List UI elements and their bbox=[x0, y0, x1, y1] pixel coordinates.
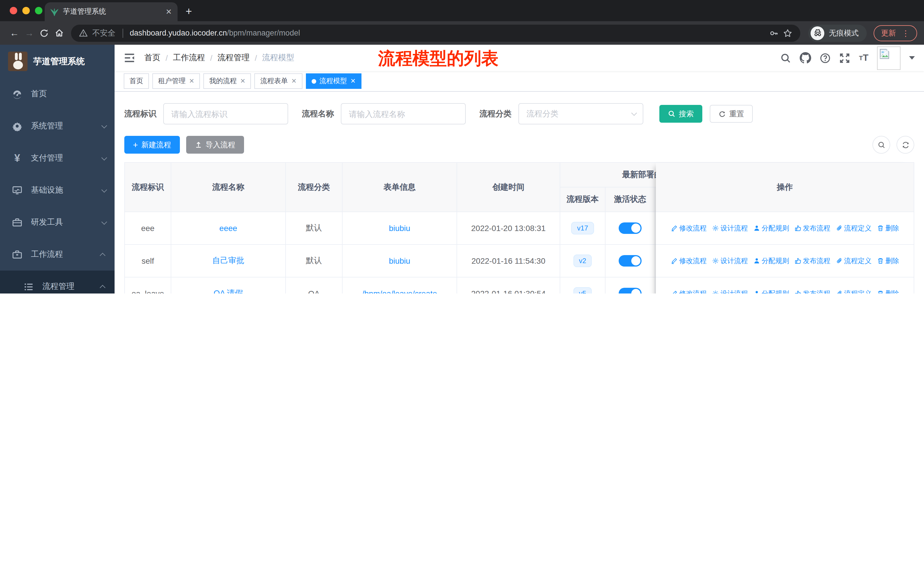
tag-process-model[interactable]: 流程模型✕ bbox=[305, 73, 361, 89]
sidebar-item-payment[interactable]: ¥ 支付管理 bbox=[0, 142, 115, 174]
close-window-button[interactable] bbox=[10, 7, 17, 14]
assign-rule-link[interactable]: 分配规则 bbox=[753, 256, 789, 266]
cell-form-link[interactable]: /bpm/oa/leave/create bbox=[343, 278, 457, 293]
publish-process-link[interactable]: 发布流程 bbox=[794, 289, 830, 293]
version-badge: v2 bbox=[573, 255, 592, 267]
tag-close-icon[interactable]: ✕ bbox=[350, 78, 355, 85]
version-badge: v17 bbox=[571, 222, 594, 235]
active-toggle[interactable] bbox=[619, 288, 642, 293]
cell-name-link[interactable]: 自己审批 bbox=[171, 245, 286, 277]
toggle-search-icon[interactable] bbox=[873, 136, 890, 154]
cell-name-link[interactable]: OA 请假 bbox=[171, 278, 286, 293]
publish-process-link[interactable]: 发布流程 bbox=[794, 223, 830, 233]
delete-link[interactable]: 删除 bbox=[877, 223, 899, 233]
process-definition-link[interactable]: 流程定义 bbox=[835, 223, 871, 233]
tag-tenant[interactable]: 租户管理✕ bbox=[152, 73, 200, 89]
sidebar-item-devtools[interactable]: 研发工具 bbox=[0, 207, 115, 238]
cell-form-link[interactable]: biubiu bbox=[343, 245, 457, 277]
refresh-table-icon[interactable] bbox=[896, 136, 914, 154]
import-process-button[interactable]: 导入流程 bbox=[186, 136, 244, 154]
maximize-window-button[interactable] bbox=[35, 7, 42, 14]
browser-menu-icon[interactable]: ⋮ bbox=[902, 28, 910, 38]
edit-process-link[interactable]: 修改流程 bbox=[670, 289, 706, 293]
fullscreen-icon[interactable] bbox=[840, 53, 850, 63]
delete-link[interactable]: 删除 bbox=[877, 256, 899, 266]
new-tab-button[interactable]: + bbox=[186, 5, 192, 18]
help-icon[interactable] bbox=[820, 53, 831, 63]
filter-key-input[interactable] bbox=[163, 103, 288, 124]
search-button[interactable]: 搜索 bbox=[659, 105, 702, 123]
design-process-link[interactable]: 设计流程 bbox=[712, 289, 748, 293]
back-button[interactable]: ← bbox=[7, 28, 22, 38]
reset-button[interactable]: 重置 bbox=[710, 105, 753, 123]
cell-key: eee bbox=[125, 212, 171, 244]
edit-process-link[interactable]: 修改流程 bbox=[670, 256, 706, 266]
font-size-icon[interactable]: TT bbox=[859, 53, 868, 63]
cell-create-time: 2022-01-16 11:54:30 bbox=[457, 245, 560, 277]
user-avatar[interactable] bbox=[877, 46, 901, 69]
chevron-down-icon bbox=[101, 154, 107, 160]
window-controls[interactable] bbox=[10, 7, 42, 14]
sidebar-item-label: 支付管理 bbox=[31, 153, 101, 164]
sidebar-logo-row[interactable]: 芋道管理系统 bbox=[0, 45, 115, 78]
hand-up-icon bbox=[794, 257, 801, 264]
design-process-link[interactable]: 设计流程 bbox=[712, 223, 748, 233]
pencil-icon bbox=[670, 257, 677, 264]
edit-process-link[interactable]: 修改流程 bbox=[670, 223, 706, 233]
reload-button[interactable] bbox=[37, 28, 51, 38]
trash-icon bbox=[877, 225, 884, 231]
assign-rule-link[interactable]: 分配规则 bbox=[753, 223, 789, 233]
tag-process-form[interactable]: 流程表单✕ bbox=[255, 73, 302, 89]
bookmark-star-icon[interactable] bbox=[783, 28, 792, 38]
update-label[interactable]: 更新 bbox=[881, 28, 896, 38]
browser-update-pill[interactable]: 更新 ⋮ bbox=[874, 25, 917, 41]
sidebar: 芋道管理系统 首页 系统管理 ¥ 支付管理 bbox=[0, 45, 115, 293]
filter-category-select[interactable]: 流程分类 bbox=[518, 103, 643, 124]
tag-home[interactable]: 首页 bbox=[124, 73, 149, 89]
tab-close-icon[interactable]: ✕ bbox=[165, 7, 172, 16]
tag-close-icon[interactable]: ✕ bbox=[291, 78, 297, 85]
address-divider bbox=[122, 28, 123, 38]
browser-tab[interactable]: 芋道管理系统 ✕ bbox=[45, 2, 178, 21]
sidebar-item-system[interactable]: 系统管理 bbox=[0, 110, 115, 142]
tag-close-icon[interactable]: ✕ bbox=[189, 78, 194, 85]
header-search-icon[interactable] bbox=[780, 53, 791, 63]
cell-active bbox=[606, 278, 655, 293]
breadcrumb-home[interactable]: 首页 bbox=[144, 53, 160, 63]
breadcrumb-process-mgmt[interactable]: 流程管理 bbox=[218, 53, 250, 63]
breadcrumb-workflow[interactable]: 工作流程 bbox=[173, 53, 205, 63]
process-definition-link[interactable]: 流程定义 bbox=[835, 289, 871, 293]
cell-form-link[interactable]: biubiu bbox=[343, 212, 457, 244]
avatar-caret-icon[interactable] bbox=[909, 56, 915, 60]
tag-close-icon[interactable]: ✕ bbox=[240, 78, 245, 85]
sidebar-collapse-icon[interactable] bbox=[124, 52, 135, 64]
sidebar-item-workflow[interactable]: 工作流程 bbox=[0, 238, 115, 271]
dashboard-icon bbox=[12, 89, 23, 99]
tag-my-process[interactable]: 我的流程✕ bbox=[203, 73, 251, 89]
active-dot bbox=[311, 79, 316, 83]
assign-rule-link[interactable]: 分配规则 bbox=[753, 289, 789, 293]
forward-button[interactable]: → bbox=[22, 28, 37, 38]
password-key-icon[interactable] bbox=[769, 28, 779, 38]
address-bar[interactable]: 不安全 dashboard.yudao.iocoder.cn/bpm/manag… bbox=[71, 24, 800, 41]
minimize-window-button[interactable] bbox=[22, 7, 30, 14]
active-toggle[interactable] bbox=[619, 255, 642, 266]
sidebar-item-label: 系统管理 bbox=[31, 121, 101, 131]
publish-process-link[interactable]: 发布流程 bbox=[794, 256, 830, 266]
process-definition-link[interactable]: 流程定义 bbox=[835, 256, 871, 266]
active-toggle[interactable] bbox=[619, 222, 642, 234]
sidebar-item-process-mgmt[interactable]: 流程管理 bbox=[0, 271, 115, 293]
home-button[interactable] bbox=[51, 28, 66, 38]
design-process-link[interactable]: 设计流程 bbox=[712, 256, 748, 266]
cell-name-link[interactable]: eeee bbox=[171, 212, 286, 244]
sidebar-item-home[interactable]: 首页 bbox=[0, 78, 115, 110]
github-icon[interactable] bbox=[800, 52, 812, 64]
delete-link[interactable]: 删除 bbox=[877, 289, 899, 293]
sidebar-item-infra[interactable]: 基础设施 bbox=[0, 174, 115, 207]
cell-active bbox=[606, 245, 655, 277]
security-warning-icon[interactable] bbox=[79, 29, 87, 37]
top-navbar: 首页 / 工作流程 / 流程管理 / 流程模型 流程模型的列表 bbox=[115, 45, 924, 71]
filter-name-input[interactable] bbox=[341, 103, 466, 124]
create-process-button[interactable]: +新建流程 bbox=[124, 136, 180, 154]
paperclip-icon bbox=[835, 257, 842, 264]
